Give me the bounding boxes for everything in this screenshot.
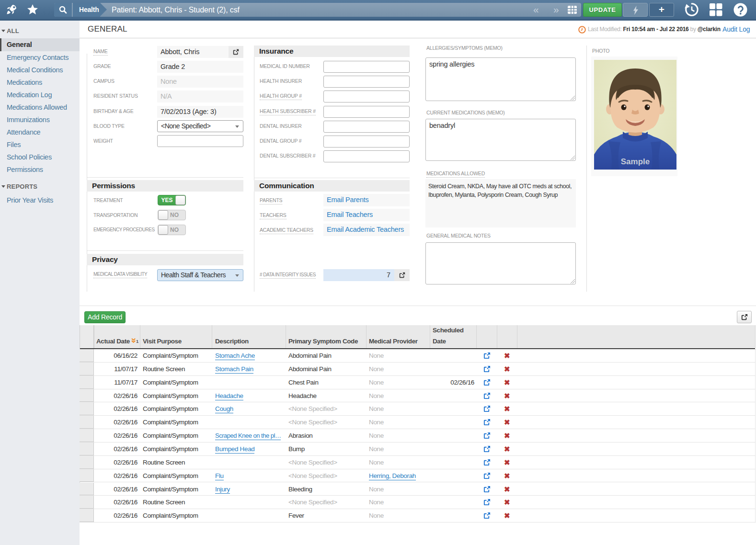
svg-text:Sample: Sample (621, 157, 650, 166)
